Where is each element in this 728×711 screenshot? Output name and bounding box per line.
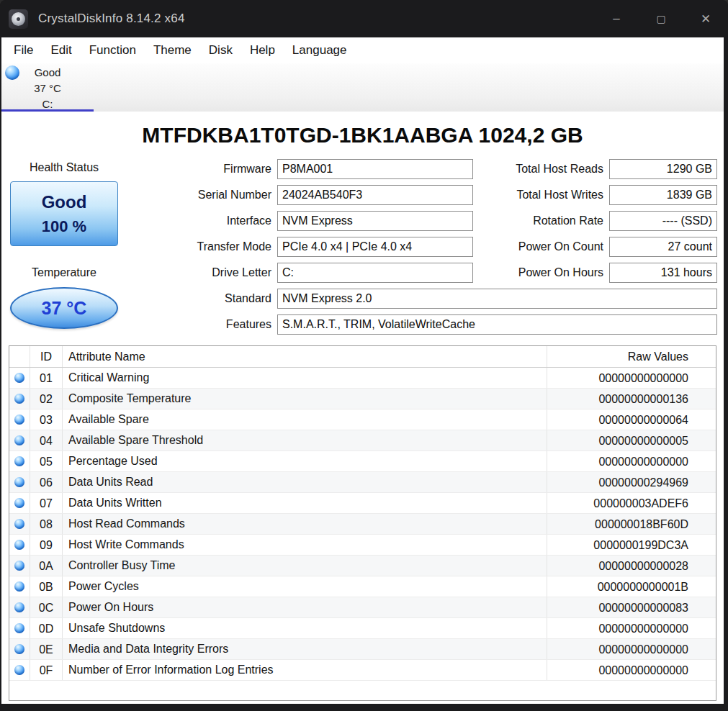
tab-temperature-text: 37 °C [1,81,94,96]
stats-field-value: ---- (SSD) [609,211,717,231]
smart-table-row[interactable]: 0F Number of Error Information Log Entri… [9,660,716,681]
health-indicator-orb-icon [14,519,24,529]
info-field-label: Standard [1,289,277,309]
menu-item[interactable]: Help [241,43,284,58]
stats-field-row: Total Host Writes 1839 GB [477,185,717,205]
smart-table-row[interactable]: 05 Percentage Used 00000000000000 [9,451,716,472]
stats-field-value: 1839 GB [609,185,717,205]
smart-row-indicator-cell [9,456,30,466]
info-field-value: S.M.A.R.T., TRIM, VolatileWriteCache [277,314,717,335]
smart-row-indicator-cell [9,561,30,571]
health-indicator-orb-icon [14,644,24,654]
smart-table-row[interactable]: 02 Composite Temperature 00000000000136 [9,389,716,409]
menu-item[interactable]: Edit [42,43,80,58]
menu-item[interactable]: Function [81,43,145,58]
smart-attribute-name: Data Units Read [63,476,547,489]
smart-raw-value: 0000000000001B [547,576,716,597]
smart-table-row[interactable]: 0A Controller Busy Time 00000000000028 [9,556,716,576]
smart-row-indicator-cell [9,394,30,404]
drive-tab-c[interactable]: Good 37 °C C: [1,63,94,112]
health-indicator-orb-icon [14,394,24,404]
smart-table-row[interactable]: 03 Available Spare 00000000000064 [9,409,716,430]
smart-raw-value: 0000000199DC3A [547,535,716,555]
smart-row-indicator-cell [9,665,30,675]
smart-table-row[interactable]: 08 Host Read Commands 000000018BF60D [9,514,716,535]
smart-attribute-name: Available Spare Threshold [63,434,547,447]
smart-table-row[interactable]: 06 Data Units Read 00000000294969 [9,472,716,493]
smart-attribute-name: Available Spare [63,413,547,426]
smart-attribute-id: 09 [30,535,63,555]
info-field-value: PCIe 4.0 x4 | PCIe 4.0 x4 [277,237,473,257]
smart-table-row[interactable]: 0D Unsafe Shutdowns 00000000000000 [9,618,716,639]
stats-field-row: Power On Hours 131 hours [477,263,717,283]
health-indicator-orb-icon [14,415,24,425]
app-icon [9,9,28,29]
smart-row-indicator-cell [9,415,30,425]
smart-table-row[interactable]: 07 Data Units Written 000000003ADEF6 [9,493,716,514]
menu-item[interactable]: Disk [200,43,241,58]
smart-table-body: 01 Critical Warning 00000000000000 02 Co… [9,368,716,681]
menu-item[interactable]: Language [284,43,356,58]
minimize-button[interactable]: – [594,0,639,37]
health-indicator-orb-icon [14,477,24,487]
smart-table-header: ID Attribute Name Raw Values [9,346,716,368]
smart-row-indicator-cell [9,540,30,550]
info-field-value: NVM Express 2.0 [277,289,717,309]
smart-attribute-name: Number of Error Information Log Entries [63,664,547,676]
window-content: File Edit Function Theme Disk Help Langu… [1,37,724,704]
smart-attribute-name: Host Read Commands [63,517,547,530]
health-indicator-orb-icon [14,561,24,571]
main-panel: MTFDKBA1T0TGD-1BK1AABGA 1024,2 GB Health… [1,112,724,704]
smart-table-row[interactable]: 0C Power On Hours 00000000000083 [9,597,716,618]
smart-raw-value: 00000000000005 [547,430,716,450]
smart-raw-value: 000000003ADEF6 [547,493,716,513]
info-field-row: Features S.M.A.R.T., TRIM, VolatileWrite… [1,314,717,335]
smart-raw-value: 00000000000136 [547,389,716,409]
smart-attribute-id: 0B [30,576,63,597]
smart-table-row[interactable]: 0E Media and Data Integrity Errors 00000… [9,639,716,660]
health-indicator-orb-icon [14,623,24,633]
drive-stats-fields: Total Host Reads 1290 GB Total Host Writ… [477,159,717,289]
smart-raw-value: 00000000000083 [547,597,716,617]
smart-row-indicator-cell [9,581,30,592]
smart-row-indicator-cell [9,519,30,529]
info-field-label: Interface [1,211,277,231]
health-indicator-orb-icon [14,581,24,592]
smart-attribute-id: 0D [30,618,63,638]
smart-attribute-id: 06 [30,472,63,492]
smart-attribute-name: Media and Data Integrity Errors [63,643,547,656]
smart-header-raw-values: Raw Values [547,346,716,367]
stats-field-value: 131 hours [609,263,717,283]
menu-bar: File Edit Function Theme Disk Help Langu… [1,37,724,63]
smart-attribute-id: 05 [30,451,63,471]
smart-attribute-id: 08 [30,514,63,534]
info-field-value: 24024AB540F3 [277,185,473,205]
smart-table-row[interactable]: 04 Available Spare Threshold 00000000000… [9,430,716,451]
smart-attribute-id: 01 [30,368,63,388]
smart-attribute-name: Controller Busy Time [63,559,547,572]
smart-raw-value: 00000000000000 [547,639,716,659]
smart-row-indicator-cell [9,623,30,633]
smart-raw-value: 00000000000000 [547,618,716,638]
info-field-value: C: [277,263,473,283]
smart-raw-value: 00000000000000 [547,451,716,471]
close-button[interactable]: ✕ [683,0,728,37]
smart-table-row[interactable]: 01 Critical Warning 00000000000000 [9,368,716,389]
smart-table-row[interactable]: 09 Host Write Commands 0000000199DC3A [9,535,716,556]
menu-item[interactable]: File [5,43,42,58]
smart-header-attribute-name: Attribute Name [63,350,547,363]
smart-attribute-name: Composite Temperature [63,392,547,405]
smart-attribute-id: 03 [30,409,63,430]
stats-field-label: Rotation Rate [477,211,609,231]
info-field-label: Transfer Mode [1,237,277,257]
smart-raw-value: 000000018BF60D [547,514,716,534]
stats-field-row: Rotation Rate ---- (SSD) [477,211,717,231]
info-field-label: Features [1,314,277,335]
smart-row-indicator-cell [9,435,30,445]
smart-table-row[interactable]: 0B Power Cycles 0000000000001B [9,576,716,597]
health-indicator-orb-icon [14,602,24,612]
drive-tab-bar: Good 37 °C C: [1,63,724,112]
menu-item[interactable]: Theme [145,43,200,58]
smart-attribute-id: 02 [30,389,63,409]
maximize-button[interactable]: ▢ [639,0,683,37]
